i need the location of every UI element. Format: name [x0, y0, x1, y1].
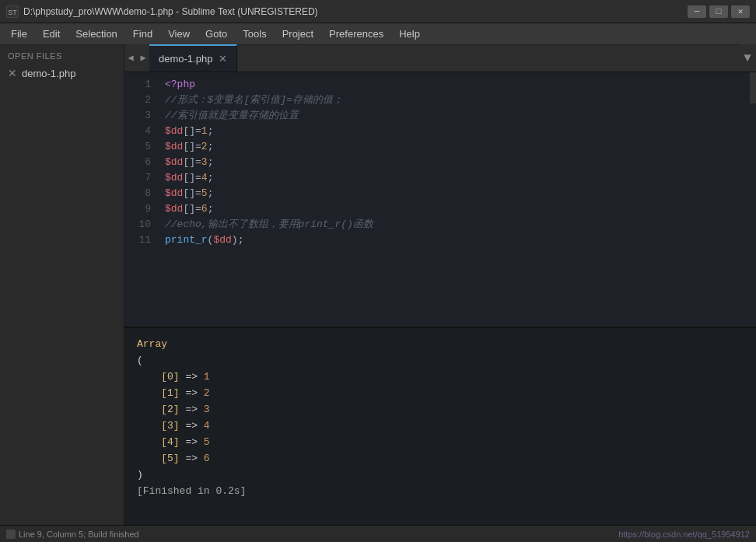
output-line-0: [0] => 1: [137, 369, 744, 385]
sidebar-header: OPEN FILES: [0, 45, 124, 64]
menu-item-edit[interactable]: Edit: [35, 25, 68, 43]
output-line-open: (: [137, 352, 744, 369]
code-line-8: $dd[]=5;: [165, 186, 744, 201]
code-editor: 1 2 3 4 5 6 7 8 9 10 11 <?php //形式：$变量名[…: [124, 72, 756, 327]
status-icon: [6, 530, 16, 539]
code-line-2: //形式：$变量名[索引值]=存储的值；: [165, 93, 744, 108]
window-controls[interactable]: ─ □ ✕: [688, 5, 750, 18]
code-line-10: //echo,输出不了数组，要用print_r()函数: [165, 217, 744, 233]
output-line-finished: [Finished in 0.2s]: [137, 483, 744, 499]
minimize-button[interactable]: ─: [688, 5, 706, 18]
editor-area: ◀ ▶ demo-1.php ✕ ▼ 1 2 3 4 5 6 7 8 9 10 …: [124, 45, 756, 525]
status-link[interactable]: https://blog.csdn.net/qq_51954912: [618, 530, 750, 539]
tab-dropdown-icon[interactable]: ▼: [739, 44, 756, 72]
menu-item-preferences[interactable]: Preferences: [321, 25, 391, 43]
tab-nav-left[interactable]: ◀: [124, 44, 137, 72]
code-line-6: $dd[]=3;: [165, 155, 744, 170]
code-line-3: //索引值就是变量存储的位置: [165, 108, 744, 124]
code-line-4: $dd[]=1;: [165, 124, 744, 139]
output-line-2: [2] => 3: [137, 401, 744, 418]
minimap-slider[interactable]: [750, 72, 756, 103]
output-line-array: Array: [137, 336, 744, 352]
output-line-close: ): [137, 467, 744, 483]
sidebar-file-name: demo-1.php: [22, 68, 75, 79]
status-text: Line 9, Column 5; Build finished: [19, 530, 139, 539]
code-line-1: <?php: [165, 77, 744, 93]
main-container: OPEN FILES ✕ demo-1.php ◀ ▶ demo-1.php ✕…: [0, 45, 756, 525]
menu-item-file[interactable]: File: [3, 25, 35, 43]
tab-close-icon[interactable]: ✕: [219, 53, 227, 65]
sidebar: OPEN FILES ✕ demo-1.php: [0, 45, 124, 525]
menu-bar: FileEditSelectionFindViewGotoToolsProjec…: [0, 23, 756, 45]
output-line-3: [3] => 4: [137, 418, 744, 434]
menu-item-find[interactable]: Find: [125, 25, 160, 43]
title-bar-left: ST D:\phpstudy_pro\WWW\demo-1.php - Subl…: [6, 5, 318, 18]
svg-text:ST: ST: [8, 9, 17, 16]
minimap: [750, 72, 756, 327]
editor-tab[interactable]: demo-1.php ✕: [149, 44, 237, 72]
code-line-5: $dd[]=2;: [165, 139, 744, 155]
code-line-7: $dd[]=4;: [165, 170, 744, 186]
code-line-9: $dd[]=6;: [165, 201, 744, 217]
status-bar: Line 9, Column 5; Build finished https:/…: [0, 525, 756, 542]
code-content[interactable]: <?php //形式：$变量名[索引值]=存储的值； //索引值就是变量存储的位…: [159, 72, 750, 327]
menu-item-selection[interactable]: Selection: [68, 25, 124, 43]
file-close-icon[interactable]: ✕: [8, 67, 17, 79]
svg-rect-2: [6, 530, 16, 539]
menu-item-tools[interactable]: Tools: [235, 25, 274, 43]
menu-item-goto[interactable]: Goto: [198, 25, 235, 43]
menu-item-help[interactable]: Help: [391, 25, 428, 43]
output-line-4: [4] => 5: [137, 434, 744, 450]
maximize-button[interactable]: □: [709, 5, 728, 18]
sidebar-file-item[interactable]: ✕ demo-1.php: [0, 64, 124, 82]
menu-item-project[interactable]: Project: [275, 25, 321, 43]
tab-nav-right[interactable]: ▶: [137, 44, 149, 72]
tab-bar: ◀ ▶ demo-1.php ✕ ▼: [124, 45, 756, 72]
tab-filename: demo-1.php: [159, 53, 212, 65]
line-numbers: 1 2 3 4 5 6 7 8 9 10 11: [124, 72, 159, 327]
menu-item-view[interactable]: View: [160, 25, 198, 43]
output-panel: Array ( [0] => 1 [1] => 2 [2] => 3 [3] =…: [124, 327, 756, 525]
output-line-1: [1] => 2: [137, 385, 744, 401]
code-line-11: print_r($dd);: [165, 233, 744, 248]
title-bar: ST D:\phpstudy_pro\WWW\demo-1.php - Subl…: [0, 0, 756, 23]
window-title: D:\phpstudy_pro\WWW\demo-1.php - Sublime…: [23, 6, 318, 17]
close-button[interactable]: ✕: [731, 5, 750, 18]
status-left: Line 9, Column 5; Build finished: [6, 530, 139, 539]
output-line-5: [5] => 6: [137, 450, 744, 467]
app-icon: ST: [6, 5, 19, 18]
